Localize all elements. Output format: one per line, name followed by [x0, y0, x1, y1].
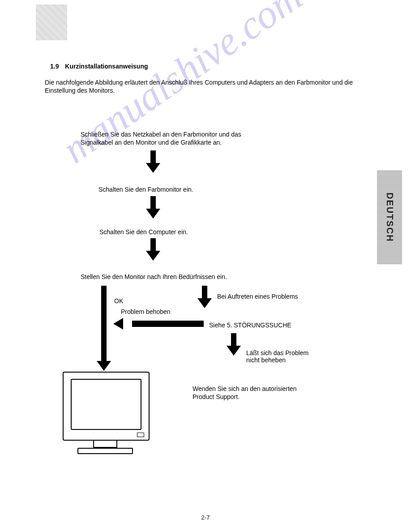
intro-paragraph: Die nachfolgende Abbildung erläutert den…: [45, 78, 358, 94]
step-power-monitor: Schalten Sie den Farbmonitor ein.: [98, 186, 193, 194]
page-number: 2-7: [0, 514, 411, 521]
arrow-down-icon: [199, 286, 210, 308]
monitor-neck: [93, 441, 117, 448]
step-adjust-monitor: Stellen Sie den Monitor nach Ihren Bedür…: [81, 273, 227, 281]
section-heading: 1.9 Kurzinstallationsanweisung: [50, 63, 148, 70]
arrow-down-icon: [148, 196, 158, 219]
label-problem-unresolved: Läßt sich das Problem nicht beheben: [246, 349, 322, 364]
step-connect-cables: Schließen Sie das Netzkabel an den Farbm…: [81, 131, 251, 146]
step-troubleshooting: Siehe 5. STÖRUNGSSUCHE: [209, 322, 291, 330]
language-tab: DEUTSCH: [377, 170, 402, 264]
step-contact-support: Wenden Sie sich an den autorisierten Pro…: [193, 385, 318, 401]
label-ok: OK: [114, 297, 123, 305]
language-tab-label: DEUTSCH: [385, 193, 395, 242]
arrow-down-icon: [148, 238, 158, 261]
section-title: Kurzinstallationsanweisung: [65, 63, 148, 70]
monitor-power-button: [137, 433, 144, 437]
label-problem-resolved: Problem behoben: [121, 308, 171, 315]
scan-noise-corner: [36, 4, 67, 40]
step-power-computer: Schalten Sie den Computer ein.: [99, 228, 188, 236]
arrow-down-icon: [148, 150, 158, 173]
label-problem-occurs: Bei Auftreten eines Problems: [217, 293, 316, 300]
monitor-illustration: [63, 372, 148, 454]
arrow-down-icon: [98, 286, 109, 371]
monitor-base: [77, 448, 133, 454]
monitor-screen: [71, 379, 141, 430]
section-number: 1.9: [50, 63, 59, 70]
monitor-case: [63, 372, 150, 441]
arrow-left-icon: [123, 318, 204, 330]
arrow-down-icon: [228, 333, 239, 356]
